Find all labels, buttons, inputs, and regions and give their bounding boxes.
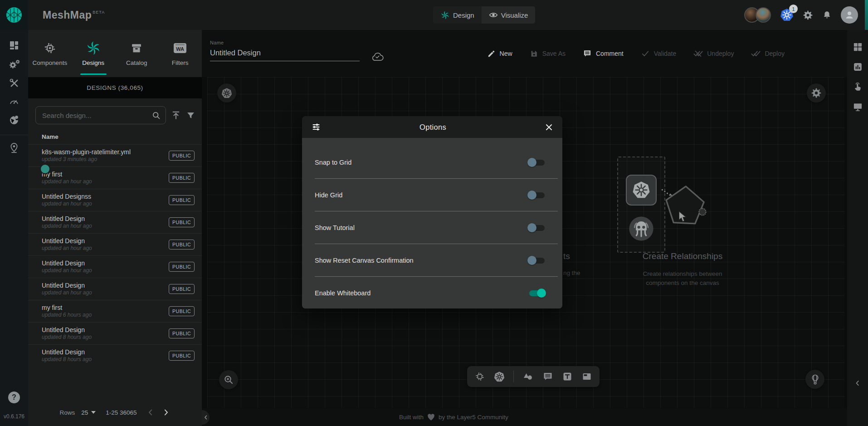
- dock-widgets-button[interactable]: [853, 42, 863, 52]
- enable-whiteboard-toggle[interactable]: [527, 289, 546, 298]
- reset-canvas-confirmation-toggle[interactable]: [527, 256, 546, 265]
- visibility-badge: PUBLIC: [169, 240, 195, 250]
- canvas-settings-button[interactable]: [807, 83, 826, 103]
- built-with-text: Built with: [399, 414, 424, 421]
- comment-tool[interactable]: [542, 371, 553, 382]
- design-row[interactable]: Untitled Design updated an hour ago PUBL…: [28, 278, 202, 300]
- search-row: [28, 98, 202, 129]
- bell-icon: [822, 10, 832, 20]
- zoom-button[interactable]: [219, 370, 238, 389]
- nav-dashboard[interactable]: [9, 40, 20, 51]
- nav-meshmap[interactable]: [9, 142, 19, 153]
- design-row[interactable]: Untitled Design updated an hour ago PUBL…: [28, 255, 202, 278]
- save-as-label: Save As: [542, 50, 566, 57]
- media-tool[interactable]: [581, 371, 592, 382]
- pagination: Rows 25 1-25 36065: [28, 408, 202, 417]
- tools-divider: [513, 371, 514, 382]
- header-right: 1: [744, 0, 858, 30]
- close-button[interactable]: [545, 123, 553, 132]
- notifications-button[interactable]: [822, 10, 832, 20]
- design-row[interactable]: Untitled Designss updated an hour ago PU…: [28, 189, 202, 211]
- tab-components[interactable]: Components: [28, 30, 72, 77]
- save-as-button[interactable]: Save As: [530, 49, 566, 58]
- nav-toolkit[interactable]: [9, 78, 20, 88]
- collaborator-avatar[interactable]: [756, 7, 771, 23]
- caret-down-icon: [91, 411, 96, 414]
- rail-bottom: ? v0.6.176: [4, 392, 24, 420]
- tab-visualize[interactable]: Visualize: [482, 6, 536, 24]
- gears-icon: [8, 59, 20, 70]
- kubernetes-icon: [632, 181, 650, 200]
- kubernetes-context-button[interactable]: [217, 83, 236, 103]
- whiteboard-balloon-button[interactable]: [805, 370, 824, 389]
- occluded-title-fragment: ts: [563, 251, 570, 261]
- tab-filters[interactable]: WA Filters: [158, 30, 202, 77]
- options-modal-header: Options: [302, 116, 562, 138]
- help-button[interactable]: ?: [8, 392, 20, 403]
- tab-design[interactable]: Design: [433, 6, 482, 24]
- next-page-button[interactable]: [161, 408, 171, 417]
- design-row[interactable]: my first updated an hour ago PUBLIC: [28, 166, 202, 189]
- comment-button[interactable]: Comment: [583, 49, 624, 58]
- filter-button[interactable]: [186, 111, 195, 120]
- panel-tabs: Components Designs Catalog W: [28, 30, 202, 77]
- design-row[interactable]: Untitled Design updated 8 hours ago PUBL…: [28, 344, 202, 367]
- tab-designs[interactable]: Designs: [72, 30, 115, 77]
- profile-button[interactable]: [841, 6, 858, 24]
- add-component-tool[interactable]: [474, 371, 485, 382]
- dock-screen-button[interactable]: [853, 102, 863, 112]
- nav-mesh[interactable]: [9, 115, 20, 126]
- design-row[interactable]: Untitled Design updated an hour ago PUBL…: [28, 233, 202, 255]
- option-row-snap-to-grid: Snap to Grid: [315, 146, 558, 179]
- shapes-tool[interactable]: [522, 371, 534, 382]
- dock-expand-button[interactable]: [854, 379, 862, 387]
- nav-performance[interactable]: [9, 97, 20, 107]
- design-row[interactable]: Untitled Design updated an hour ago PUBL…: [28, 211, 202, 233]
- undeploy-button[interactable]: Undeploy: [693, 49, 734, 58]
- subtitle-line1: Create relationships between: [612, 269, 753, 279]
- zoom-in-icon: [223, 374, 234, 385]
- dock-charts-button[interactable]: [853, 62, 863, 72]
- layer5-logo-button[interactable]: [0, 0, 28, 30]
- collaborator-avatars[interactable]: [744, 7, 771, 23]
- new-button[interactable]: New: [487, 49, 512, 58]
- wasm-filter-icon: WA: [174, 41, 186, 55]
- tab-filters-label: Filters: [172, 59, 189, 66]
- tune-icon: [311, 122, 321, 132]
- design-name-input[interactable]: [210, 45, 360, 61]
- canvas-tools-bar: [467, 366, 600, 387]
- undeploy-label: Undeploy: [707, 50, 734, 57]
- dock-interact-button[interactable]: [853, 82, 863, 92]
- gear-icon: [803, 10, 813, 20]
- kubernetes-context-chip[interactable]: 1: [780, 8, 794, 22]
- kubernetes-tool[interactable]: [494, 371, 505, 382]
- comment-icon: [583, 49, 592, 58]
- community-text: by the Layer5 Community: [439, 414, 508, 421]
- tab-catalog[interactable]: Catalog: [115, 30, 159, 77]
- option-row-hide-grid: Hide Grid: [315, 179, 558, 211]
- search-box[interactable]: [35, 106, 166, 124]
- app-title: MeshMap BETA: [43, 9, 105, 21]
- hide-grid-toggle[interactable]: [527, 191, 546, 200]
- rows-per-page-select[interactable]: 25: [81, 409, 96, 416]
- subtitle-line2: components on the canvas: [612, 279, 753, 288]
- prev-page-button[interactable]: [146, 408, 155, 417]
- comment-icon: [542, 371, 553, 382]
- validate-button[interactable]: Validate: [641, 49, 677, 58]
- search-input[interactable]: [41, 111, 151, 120]
- text-tool[interactable]: [562, 371, 573, 382]
- column-header-name: Name: [28, 129, 202, 144]
- design-row[interactable]: Untitled Design updated 8 hours ago PUBL…: [28, 322, 202, 344]
- settings-button[interactable]: [803, 10, 813, 20]
- show-tutorial-toggle[interactable]: [527, 223, 546, 232]
- import-design-button[interactable]: [171, 110, 181, 120]
- deploy-button[interactable]: Deploy: [751, 49, 785, 58]
- design-row[interactable]: k8s-wasm-plugin-ratelimiter.yml updated …: [28, 144, 202, 166]
- tools-icon: [9, 78, 20, 88]
- nav-lifecycle[interactable]: [8, 59, 20, 70]
- design-row[interactable]: my first updated 6 hours ago PUBLIC: [28, 300, 202, 322]
- option-label: Snap to Grid: [315, 159, 351, 166]
- chevron-left-icon: [854, 379, 862, 387]
- chevron-left-icon: [146, 408, 155, 417]
- snap-to-grid-toggle[interactable]: [527, 158, 546, 167]
